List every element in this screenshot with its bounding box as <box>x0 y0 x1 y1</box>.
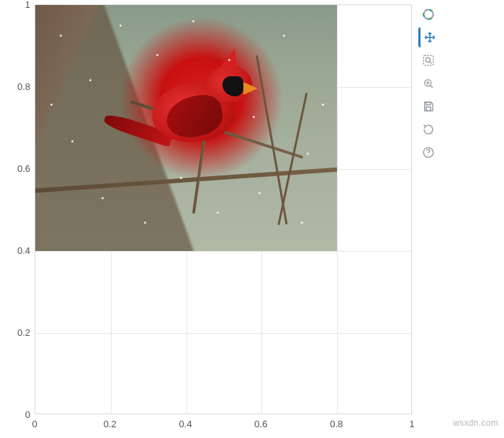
pan-tool[interactable] <box>418 27 438 47</box>
x-tick-label: 0.6 <box>254 419 267 429</box>
box-zoom-tool[interactable] <box>418 50 438 70</box>
help-icon <box>422 146 435 159</box>
gridline-v <box>337 5 338 414</box>
svg-line-8 <box>431 86 433 88</box>
wheel-zoom-icon <box>422 77 435 90</box>
bokeh-logo-icon[interactable] <box>418 4 438 24</box>
x-tick-label: 0.8 <box>330 419 343 429</box>
x-tick-label: 0.4 <box>179 419 192 429</box>
help-tool[interactable] <box>418 142 438 163</box>
cardinal-bird <box>114 40 289 182</box>
x-tick-label: 0.2 <box>104 419 117 429</box>
figure-container: 0 0.2 0.4 0.6 0.8 1 0 0.2 0.4 0.6 0.8 1 <box>0 0 504 438</box>
wheel-zoom-tool[interactable] <box>418 73 438 93</box>
svg-line-6 <box>430 62 432 64</box>
box-zoom-icon <box>422 54 435 67</box>
y-tick-label: 1 <box>3 0 30 10</box>
reset-tool[interactable] <box>418 119 438 140</box>
x-tick-label: 0 <box>32 419 37 429</box>
save-icon <box>422 100 435 113</box>
svg-rect-11 <box>426 102 431 105</box>
svg-point-14 <box>428 155 428 155</box>
svg-point-5 <box>426 58 430 62</box>
save-tool[interactable] <box>418 96 438 117</box>
y-tick-label: 0 <box>3 409 30 420</box>
plot-area[interactable] <box>35 4 412 414</box>
image-glyph-cardinal <box>35 5 337 251</box>
gridline-h <box>35 251 411 252</box>
svg-rect-4 <box>423 55 433 65</box>
svg-rect-12 <box>426 107 431 111</box>
y-tick-label: 0.4 <box>3 245 30 256</box>
reset-icon <box>422 123 435 136</box>
x-tick-label: 1 <box>409 419 414 429</box>
pan-icon <box>423 31 436 44</box>
plot-toolbar <box>418 4 439 163</box>
y-tick-label: 0.8 <box>3 81 30 92</box>
gridline-h <box>35 333 411 334</box>
y-tick-label: 0.6 <box>3 163 30 174</box>
y-tick-label: 0.2 <box>3 327 30 338</box>
watermark-text: wsxdn.com <box>453 418 498 428</box>
